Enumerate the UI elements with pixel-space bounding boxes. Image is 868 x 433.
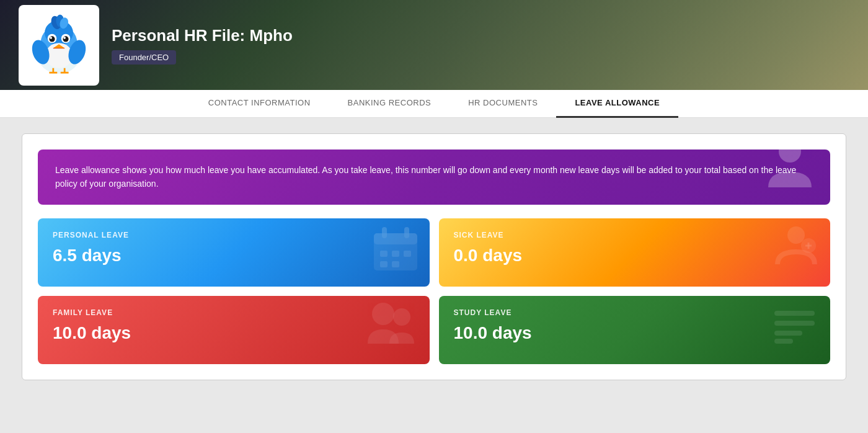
tab-hr[interactable]: HR DOCUMENTS bbox=[450, 90, 556, 118]
svg-point-31 bbox=[787, 226, 805, 244]
sick-leave-value: 0.0 days bbox=[454, 246, 816, 266]
personal-leave-label: PERSONAL LEAVE bbox=[53, 231, 415, 239]
svg-point-21 bbox=[779, 150, 801, 163]
header: Personal HR File: Mpho Founder/CEO CONTA… bbox=[0, 0, 868, 118]
role-badge: Founder/CEO bbox=[112, 50, 176, 65]
family-leave-card: FAMILY LEAVE 10.0 days bbox=[38, 296, 430, 364]
svg-point-10 bbox=[63, 36, 68, 42]
svg-point-35 bbox=[372, 303, 394, 325]
info-banner: Leave allowance shows you how much leave… bbox=[38, 150, 830, 205]
svg-rect-28 bbox=[404, 251, 411, 257]
svg-rect-26 bbox=[380, 251, 388, 257]
personal-leave-value: 6.5 days bbox=[53, 246, 415, 266]
svg-rect-39 bbox=[774, 331, 802, 336]
svg-rect-30 bbox=[392, 261, 399, 267]
svg-rect-37 bbox=[774, 311, 815, 316]
person-icon bbox=[762, 150, 818, 205]
svg-rect-29 bbox=[380, 261, 388, 267]
header-info: Personal HR File: Mpho Founder/CEO bbox=[112, 26, 293, 65]
tab-contact[interactable]: CONTACT INFORMATION bbox=[190, 90, 329, 118]
study-leave-label: STUDY LEAVE bbox=[454, 308, 816, 317]
content-card: Leave allowance shows you how much leave… bbox=[22, 133, 846, 380]
sick-leave-label: SICK LEAVE bbox=[454, 231, 816, 239]
family-leave-label: FAMILY LEAVE bbox=[53, 308, 415, 317]
svg-rect-25 bbox=[404, 227, 409, 238]
svg-rect-23 bbox=[374, 233, 417, 244]
header-content: Personal HR File: Mpho Founder/CEO bbox=[0, 0, 868, 90]
personal-leave-card: PERSONAL LEAVE 6.5 days bbox=[38, 218, 430, 287]
tab-banking[interactable]: BANKING RECORDS bbox=[329, 90, 450, 118]
sick-leave-card: SICK LEAVE 0.0 days bbox=[439, 218, 831, 287]
svg-point-36 bbox=[393, 308, 410, 326]
study-leave-card: STUDY LEAVE 10.0 days bbox=[439, 296, 831, 364]
svg-rect-40 bbox=[774, 339, 793, 344]
family-icon bbox=[365, 296, 420, 358]
svg-rect-24 bbox=[382, 227, 387, 238]
study-leave-value: 10.0 days bbox=[454, 323, 816, 343]
page-title: Personal HR File: Mpho bbox=[112, 26, 293, 45]
tab-leave[interactable]: LEAVE ALLOWANCE bbox=[556, 90, 678, 118]
info-banner-text: Leave allowance shows you how much leave… bbox=[55, 165, 796, 189]
svg-point-11 bbox=[50, 37, 52, 39]
navigation-tabs: CONTACT INFORMATION BANKING RECORDS HR D… bbox=[0, 90, 868, 118]
leave-cards-grid: PERSONAL LEAVE 6.5 days bbox=[38, 218, 830, 364]
main-content: Leave allowance shows you how much leave… bbox=[0, 118, 868, 396]
svg-rect-38 bbox=[774, 321, 815, 326]
bird-icon bbox=[25, 11, 93, 79]
calendar-icon bbox=[371, 224, 420, 280]
svg-point-12 bbox=[63, 37, 66, 39]
avatar bbox=[19, 5, 99, 86]
study-icon bbox=[768, 298, 821, 358]
family-leave-value: 10.0 days bbox=[53, 323, 415, 343]
sick-person-icon bbox=[771, 224, 821, 280]
svg-rect-27 bbox=[392, 251, 399, 257]
svg-point-9 bbox=[49, 36, 55, 42]
